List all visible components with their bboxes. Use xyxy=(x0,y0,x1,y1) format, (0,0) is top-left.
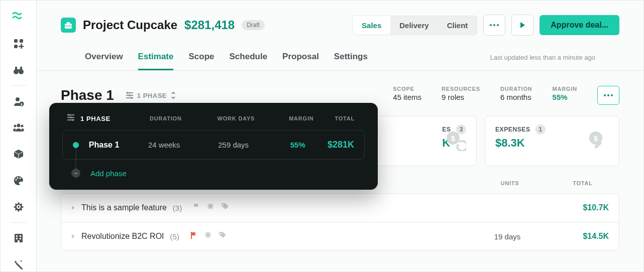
nav-wand-icon[interactable] xyxy=(9,257,29,271)
svg-point-12 xyxy=(14,125,16,127)
card-expenses-value: $8.3K xyxy=(495,137,546,150)
popover-phase-row[interactable]: Phase 1 24 weeks 259 days 55% $281K xyxy=(62,130,365,160)
popover-header-label: 1 PHASE xyxy=(80,115,111,122)
card-expenses[interactable]: EXPENSES 1 $8.3K $ xyxy=(485,116,619,166)
stat-resources: RESOURCES 9 roles xyxy=(442,86,480,101)
stat-scope-value: 45 items xyxy=(393,93,421,101)
nav-package-icon[interactable] xyxy=(9,147,29,162)
tag-icon[interactable] xyxy=(219,231,227,241)
nav-settings-icon[interactable] xyxy=(9,200,29,214)
column-total: TOTAL xyxy=(550,180,615,186)
caret-right-icon[interactable] xyxy=(71,203,75,212)
svg-point-45 xyxy=(220,233,222,234)
popover-col-total: TOTAL xyxy=(332,115,360,121)
svg-point-33 xyxy=(127,92,129,94)
stat-margin-value: 55% xyxy=(553,93,577,101)
svg-point-8 xyxy=(16,97,20,101)
add-phase-button[interactable]: + Add phase xyxy=(62,160,365,179)
phase-title: Phase 1 xyxy=(61,87,114,103)
nav-palette-icon[interactable] xyxy=(9,173,29,188)
segment-client[interactable]: Client xyxy=(438,16,477,35)
phase-dot-icon xyxy=(73,142,79,148)
play-button[interactable] xyxy=(511,15,533,36)
asterisk-icon[interactable] xyxy=(204,231,211,241)
tab-settings[interactable]: Settings xyxy=(334,52,368,70)
feature-total: $10.7K xyxy=(554,203,609,212)
phase-more-button[interactable] xyxy=(597,86,619,105)
phase-popover: 1 PHASE DURATION WORK DAYS MARGIN TOTAL … xyxy=(49,103,378,190)
approve-deal-button[interactable]: Approve deal... xyxy=(540,15,619,35)
card-expenses-count: 1 xyxy=(535,124,546,134)
stat-duration: DURATION 6 months xyxy=(500,86,532,101)
stat-duration-value: 6 months xyxy=(500,93,532,101)
tag-icon[interactable] xyxy=(221,203,229,213)
popover-phase-total: $281K xyxy=(328,140,359,150)
more-actions-button[interactable] xyxy=(483,15,505,36)
feature-row[interactable]: Revolutionize B2C ROI (5) 19 days $14.5K xyxy=(61,222,619,250)
nav-person-money-icon[interactable]: $ xyxy=(9,94,29,108)
logo-icon xyxy=(12,11,25,23)
project-icon xyxy=(61,18,76,33)
svg-point-27 xyxy=(490,24,492,26)
svg-rect-25 xyxy=(67,22,70,24)
flag-icon[interactable] xyxy=(190,231,197,241)
svg-rect-0 xyxy=(14,39,18,43)
view-segment: Sales Delivery Client xyxy=(352,16,477,35)
feature-list: This is a sample feature (3) $10.7K Revo… xyxy=(61,193,619,251)
nav-building-icon[interactable] xyxy=(9,231,29,245)
svg-point-50 xyxy=(70,116,72,118)
svg-point-29 xyxy=(497,24,499,26)
project-amount: $281,418 xyxy=(184,18,235,32)
svg-text:$: $ xyxy=(594,134,598,143)
flag-icon[interactable] xyxy=(193,203,200,213)
stat-scope: SCOPE 45 items xyxy=(393,86,421,101)
svg-text:$: $ xyxy=(451,134,456,143)
phase-selector[interactable]: 1 PHASE xyxy=(126,91,176,99)
svg-point-51 xyxy=(72,119,74,121)
tab-overview[interactable]: Overview xyxy=(85,52,123,70)
card-expenses-label: EXPENSES xyxy=(495,126,530,133)
sidebar: $ xyxy=(1,1,37,271)
stat-resources-value: 9 roles xyxy=(442,93,480,101)
popover-col-duration: DURATION xyxy=(131,115,201,121)
add-phase-label: Add phase xyxy=(90,169,127,178)
stat-margin: MARGIN 55% xyxy=(553,86,577,101)
feature-count: (3) xyxy=(173,204,182,212)
caret-right-icon[interactable] xyxy=(71,232,75,241)
svg-point-15 xyxy=(17,177,18,179)
svg-point-38 xyxy=(611,94,613,96)
svg-rect-6 xyxy=(20,67,22,70)
svg-point-16 xyxy=(19,177,21,179)
feature-row[interactable]: This is a sample feature (3) $10.7K xyxy=(61,194,619,222)
svg-rect-18 xyxy=(16,235,18,237)
feature-count: (5) xyxy=(170,232,179,241)
popover-phase-margin: 55% xyxy=(268,141,328,149)
svg-point-11 xyxy=(17,124,20,127)
tab-estimate[interactable]: Estimate xyxy=(138,52,174,70)
asterisk-icon[interactable] xyxy=(207,203,214,213)
feature-name: This is a sample feature xyxy=(81,203,167,212)
stat-resources-label: RESOURCES xyxy=(442,86,480,92)
tab-schedule[interactable]: Schedule xyxy=(230,52,268,70)
edit-dollar-icon: $ xyxy=(587,129,609,153)
nav-binoculars-icon[interactable] xyxy=(9,63,29,78)
svg-rect-1 xyxy=(20,39,23,43)
stat-scope-label: SCOPE xyxy=(393,86,421,92)
svg-point-35 xyxy=(131,97,133,99)
tab-proposal[interactable]: Proposal xyxy=(282,52,319,70)
project-title: Project Cupcake xyxy=(83,18,177,32)
nav-team-icon[interactable] xyxy=(9,120,29,135)
svg-point-44 xyxy=(223,204,224,206)
phase-selector-label: 1 PHASE xyxy=(137,92,167,99)
svg-rect-2 xyxy=(14,45,18,48)
tab-scope[interactable]: Scope xyxy=(188,52,214,70)
nav-apps-icon[interactable] xyxy=(9,37,29,51)
segment-delivery[interactable]: Delivery xyxy=(390,16,438,35)
list-icon xyxy=(67,114,74,123)
popover-phase-name: Phase 1 xyxy=(89,141,130,150)
svg-rect-5 xyxy=(15,67,17,70)
popover-col-workdays: WORK DAYS xyxy=(201,115,271,121)
svg-point-28 xyxy=(493,24,495,26)
segment-sales[interactable]: Sales xyxy=(353,16,390,35)
svg-point-49 xyxy=(68,114,70,116)
